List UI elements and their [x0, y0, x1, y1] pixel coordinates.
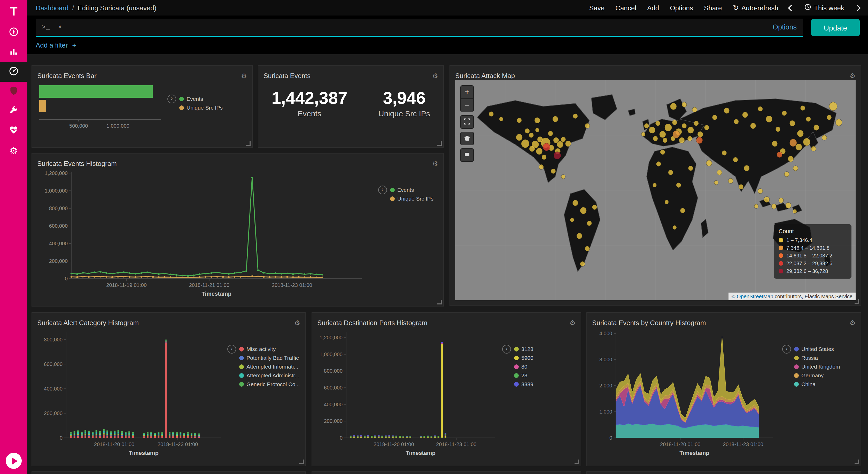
legend-toggle-icon[interactable]: ›: [167, 95, 176, 103]
legend-label: Events: [187, 95, 203, 103]
panel-title: Suricata Attack Map: [455, 71, 515, 79]
sidebar-item-visualize[interactable]: [0, 42, 27, 62]
draw-rectangle-button[interactable]: [460, 148, 474, 162]
legend-toggle-icon[interactable]: ›: [227, 345, 236, 354]
map-legend-dot: [779, 253, 783, 258]
panel-gear-icon[interactable]: ⚙: [432, 71, 438, 79]
legend-item[interactable]: United Kingdom: [794, 362, 840, 371]
legend-toggle-icon[interactable]: ›: [782, 345, 791, 354]
sidebar-item-dashboard[interactable]: [0, 62, 27, 82]
map-legend-dot: [779, 238, 783, 242]
breadcrumb-dashboard[interactable]: Dashboard: [36, 4, 68, 11]
map-canvas[interactable]: +−Count1 – 7,346.47,346.4 – 14,691.814,6…: [455, 80, 856, 300]
svg-text:Timestamp: Timestamp: [202, 291, 231, 297]
panel-resize-handle[interactable]: [437, 300, 442, 304]
terminal-prompt-icon: >_: [42, 24, 51, 31]
legend-item[interactable]: Unique Src IPs: [390, 195, 433, 203]
panel-resize-handle[interactable]: [437, 141, 442, 146]
legend-item[interactable]: Potentially Bad Traffic: [239, 354, 300, 362]
map-legend-label: 1 – 7,346.4: [786, 236, 812, 244]
sidebar-item-discover[interactable]: [0, 23, 27, 42]
time-forward-button[interactable]: [855, 5, 860, 10]
sidebar-item-security[interactable]: [0, 82, 27, 101]
panel-resize-handle[interactable]: [246, 141, 251, 146]
collapse-play-button[interactable]: [6, 453, 22, 469]
legend-label: 5900: [521, 354, 533, 362]
topnav-actions: SaveCancelAddOptionsShare ↻ Auto-refresh…: [589, 4, 860, 12]
topnav-action-options[interactable]: Options: [670, 4, 693, 11]
topnav-action-cancel[interactable]: Cancel: [615, 4, 636, 11]
top-navbar: Dashboard / Editing Suricata (unsaved) S…: [27, 0, 868, 16]
sidebar-nav: ⚙: [0, 23, 27, 160]
sidebar-item-monitoring[interactable]: [0, 121, 27, 141]
legend-item[interactable]: United States: [794, 345, 840, 354]
query-bar: >_ Options Update: [27, 16, 868, 37]
panel-gear-icon[interactable]: ⚙: [241, 71, 247, 79]
update-button[interactable]: Update: [811, 19, 860, 36]
legend-item[interactable]: Unique Src IPs: [179, 103, 223, 112]
kibana-dashboard: T: [0, 0, 868, 474]
svg-text:1,000: 1,000: [599, 409, 612, 415]
svg-text:1,200,000: 1,200,000: [319, 335, 343, 340]
legend-color-dot: [794, 356, 799, 360]
query-input-container[interactable]: >_ Options: [36, 19, 803, 37]
attack-map[interactable]: +−Count1 – 7,346.47,346.4 – 14,691.814,6…: [455, 80, 856, 300]
fit-bounds-button[interactable]: [460, 115, 474, 129]
legend-item[interactable]: Russia: [794, 354, 840, 362]
shield-icon: [9, 86, 19, 97]
legend-item[interactable]: 80: [514, 362, 533, 371]
panel-gear-icon[interactable]: ⚙: [432, 159, 438, 167]
time-back-button[interactable]: [789, 5, 794, 10]
legend-item[interactable]: Attempted Administr...: [239, 371, 300, 380]
panel-gear-icon[interactable]: ⚙: [850, 71, 856, 79]
zoom-in-button[interactable]: +: [460, 85, 474, 99]
legend-label: Attempted Informati...: [246, 362, 299, 371]
attribution-link[interactable]: © OpenStreetMap: [732, 294, 773, 299]
legend-item[interactable]: 5900: [514, 354, 533, 362]
legend-item[interactable]: 3389: [514, 380, 533, 389]
panel-title: Suricata Alert Category Histogram: [37, 319, 139, 326]
legend-color-dot: [514, 382, 519, 387]
legend-item[interactable]: 3128: [514, 345, 533, 354]
panel-gear-icon[interactable]: ⚙: [570, 319, 576, 326]
legend-item[interactable]: Generic Protocol Co...: [239, 380, 300, 389]
polygon-icon: [464, 132, 470, 145]
panel-gear-icon[interactable]: ⚙: [850, 319, 856, 326]
legend-item[interactable]: Attempted Informati...: [239, 362, 300, 371]
panel-partial: [586, 471, 861, 474]
telekom-logo[interactable]: T: [0, 0, 27, 23]
legend-item[interactable]: China: [794, 380, 840, 389]
legend-toggle-icon[interactable]: ›: [378, 185, 387, 195]
chevron-left-icon: [788, 4, 795, 11]
svg-text:Timestamp: Timestamp: [129, 450, 159, 456]
panel-resize-handle[interactable]: [575, 460, 579, 464]
panel-title: Suricata Events by Country Histogram: [592, 319, 706, 326]
add-filter-link[interactable]: Add a filter: [36, 41, 68, 49]
auto-refresh-button[interactable]: ↻ Auto-refresh: [733, 4, 778, 12]
legend-item[interactable]: Misc activity: [239, 345, 300, 354]
chevron-right-icon: [854, 4, 861, 11]
topnav-action-save[interactable]: Save: [589, 4, 604, 11]
sidebar-item-devtools[interactable]: [0, 101, 27, 121]
legend-toggle-icon[interactable]: ›: [502, 345, 511, 354]
metric-value: 3,946: [378, 88, 430, 108]
topnav-action-share[interactable]: Share: [704, 4, 722, 11]
svg-text:1,200,000: 1,200,000: [45, 170, 68, 176]
draw-polygon-button[interactable]: [460, 132, 474, 145]
legend-item[interactable]: Events: [179, 95, 223, 103]
legend-item[interactable]: 23: [514, 371, 533, 380]
panel-resize-handle[interactable]: [299, 460, 304, 464]
svg-text:2018-11-21 01:00: 2018-11-21 01:00: [189, 282, 229, 288]
panel-gear-icon[interactable]: ⚙: [294, 319, 300, 326]
topnav-action-add[interactable]: Add: [647, 4, 659, 11]
svg-text:800,000: 800,000: [44, 337, 63, 343]
legend-item[interactable]: Germany: [794, 371, 840, 380]
query-input[interactable]: [58, 23, 767, 32]
legend-color-dot: [794, 373, 799, 378]
query-options-link[interactable]: Options: [773, 23, 797, 31]
sidebar-item-management[interactable]: ⚙: [0, 141, 27, 160]
panel-resize-handle[interactable]: [855, 460, 859, 464]
zoom-out-button[interactable]: −: [460, 99, 474, 112]
legend-item[interactable]: Events: [390, 185, 433, 195]
time-range-button[interactable]: This week: [805, 4, 844, 12]
